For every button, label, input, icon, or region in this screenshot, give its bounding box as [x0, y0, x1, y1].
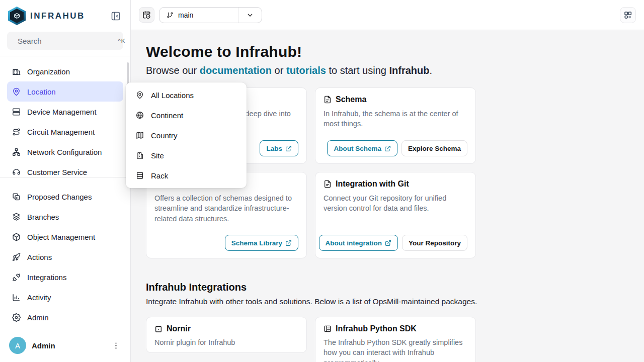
external-link-icon	[385, 240, 391, 246]
button-label: Explore Schema	[408, 145, 461, 152]
explore-schema-button[interactable]: Explore Schema	[401, 140, 467, 156]
documentation-link[interactable]: documentation	[200, 65, 272, 76]
about-schema-button[interactable]: About Schema	[327, 140, 397, 156]
branch-selector[interactable]: main	[159, 7, 262, 23]
card-python-sdk: Infrahub Python SDK The Infrahub Python …	[315, 317, 476, 362]
tutorials-link[interactable]: tutorials	[286, 65, 326, 76]
sidebar-item-admin[interactable]: Admin	[7, 307, 123, 327]
calendar-clock-icon	[142, 11, 151, 19]
sidebar-item-label: Proposed Changes	[27, 193, 92, 201]
sdk-grid-icon	[324, 325, 332, 333]
menu-item-label: Country	[151, 131, 178, 140]
menu-item-label: Site	[151, 151, 164, 160]
components-button[interactable]	[620, 7, 636, 23]
layers-icon	[12, 213, 21, 221]
card-description: Nornir plugin for Infrahub	[154, 337, 298, 347]
sidebar-item-label: Circuit Management	[27, 128, 95, 136]
labs-button[interactable]: Labs	[260, 140, 298, 156]
headset-icon	[12, 168, 21, 176]
sidebar-item-integrations[interactable]: Integrations	[7, 267, 123, 287]
card-description: Offers a collection of schemas designed …	[154, 193, 298, 224]
menu-item-all-locations[interactable]: All Locations	[126, 85, 247, 105]
sidebar-item-customer-service[interactable]: Customer Service	[7, 162, 123, 177]
sidebar-item-organization[interactable]: Organization	[7, 61, 123, 81]
route-icon	[12, 128, 21, 136]
plug-icon	[12, 273, 21, 282]
search-shortcut: ^K	[118, 37, 126, 45]
panel-collapse-icon	[111, 11, 121, 21]
branch-selector-caret[interactable]	[238, 8, 262, 23]
card-title: Schema	[336, 95, 366, 104]
infrahub-logo-icon	[8, 7, 26, 25]
components-icon	[623, 11, 632, 20]
sidebar-collapse-button[interactable]	[109, 10, 122, 23]
network-icon	[12, 148, 21, 156]
sidebar-item-branches[interactable]: Branches	[7, 207, 123, 227]
user-menu-button[interactable]	[110, 339, 122, 352]
user-name: Admin	[32, 341, 110, 350]
map-pin-icon	[136, 91, 144, 99]
sidebar-nav-primary: Organization Location Device Management …	[0, 56, 130, 177]
button-label: Labs	[266, 145, 282, 152]
time-travel-button[interactable]	[139, 7, 154, 23]
sidebar-item-object-management[interactable]: Object Management	[7, 227, 123, 247]
sidebar-item-label: Customer Service	[27, 168, 87, 176]
welcome-subtitle: Browse our documentation or tutorials to…	[146, 65, 644, 76]
sidebar-item-activity[interactable]: Activity	[7, 287, 123, 307]
sidebar-item-label: Object Management	[27, 233, 95, 241]
card-integration-git: Integration with Git Connect your Git re…	[315, 172, 476, 258]
card-title: Infrahub Python SDK	[336, 324, 417, 333]
sidebar-item-label: Network Configuration	[27, 148, 102, 156]
content: Welcome to Infrahub! Browse our document…	[131, 30, 644, 362]
sidebar: INFRAHUB ^K Organization Location Device…	[0, 0, 131, 362]
sidebar-item-location[interactable]: Location	[7, 81, 123, 102]
sidebar-item-network-configuration[interactable]: Network Configuration	[7, 142, 123, 162]
sidebar-item-proposed-changes[interactable]: Proposed Changes	[7, 187, 123, 207]
page-title: Welcome to Infrahub!	[146, 43, 644, 60]
cube-icon	[12, 233, 21, 241]
sidebar-item-label: Branches	[27, 213, 59, 221]
external-link-icon	[285, 240, 292, 246]
intro-suffix: to start using	[326, 65, 389, 76]
more-vertical-icon	[112, 341, 120, 350]
diff-copy-icon	[12, 193, 21, 201]
menu-item-label: Continent	[151, 111, 183, 120]
bar-chart-icon	[12, 293, 21, 302]
button-label: About integration	[326, 239, 382, 247]
organization-icon	[12, 67, 21, 76]
your-repository-button[interactable]: Your Repository	[402, 235, 467, 251]
server-icon	[12, 108, 21, 116]
integrations-title: Infrahub Integrations	[146, 282, 644, 293]
button-label: About Schema	[334, 145, 381, 152]
globe-icon	[136, 111, 144, 119]
card-description: In Infrahub, the schema is at the center…	[324, 109, 467, 129]
map-icon	[136, 131, 144, 139]
menu-item-site[interactable]: Site	[126, 145, 247, 165]
search-box[interactable]: ^K	[7, 32, 123, 50]
card-title: Integration with Git	[336, 179, 409, 189]
search-input[interactable]	[18, 37, 118, 45]
sidebar-item-label: Actions	[27, 253, 52, 261]
user-avatar[interactable]: A	[9, 337, 26, 354]
sidebar-item-label: Location	[27, 87, 56, 96]
sidebar-item-label: Integrations	[27, 273, 66, 282]
schema-library-button[interactable]: Schema Library	[225, 235, 298, 251]
logo-text: INFRAHUB	[30, 11, 85, 21]
sidebar-item-device-management[interactable]: Device Management	[7, 102, 123, 122]
sidebar-item-label: Activity	[27, 293, 51, 302]
location-dropdown-menu: All Locations Continent Country Site Rac…	[126, 82, 247, 188]
menu-item-continent[interactable]: Continent	[126, 105, 247, 125]
about-integration-button[interactable]: About integration	[319, 235, 398, 251]
sidebar-header: INFRAHUB	[0, 0, 130, 31]
gear-icon	[12, 313, 21, 322]
menu-item-country[interactable]: Country	[126, 125, 247, 145]
topbar: main	[131, 0, 644, 30]
menu-item-rack[interactable]: Rack	[126, 165, 247, 186]
infrahub-logo[interactable]: INFRAHUB	[8, 7, 85, 25]
sidebar-item-circuit-management[interactable]: Circuit Management	[7, 122, 123, 142]
sidebar-item-actions[interactable]: Actions	[7, 247, 123, 267]
package-icon	[154, 325, 163, 333]
rack-icon	[136, 171, 144, 179]
sidebar-item-label: Device Management	[27, 108, 97, 116]
branch-selector-value: main	[159, 8, 238, 23]
